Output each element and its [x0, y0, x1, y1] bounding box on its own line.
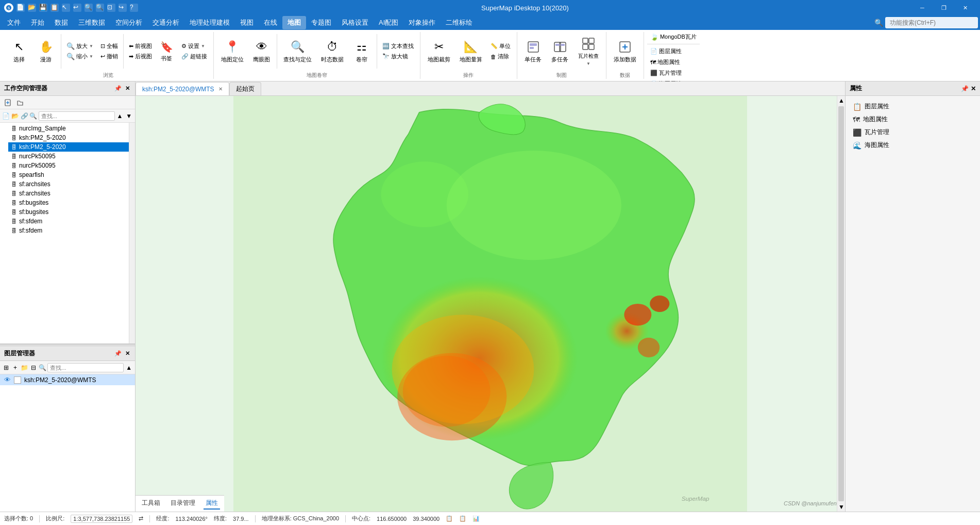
ws-up-btn[interactable]: ▲: [116, 111, 124, 121]
open-icon[interactable]: 📂: [28, 4, 36, 12]
eye-visible-icon[interactable]: 👁: [4, 376, 11, 384]
curtain-button[interactable]: ⚏ 卷帘: [349, 38, 375, 65]
redo-titlebar-icon[interactable]: ↪: [119, 4, 127, 12]
menu-spatial-analysis[interactable]: 空间分析: [110, 16, 147, 29]
menu-object[interactable]: 对象操作: [403, 16, 441, 29]
mongodb-button[interactable]: 🍃 MongoDB瓦片: [647, 32, 700, 42]
right-tile-mgr[interactable]: ⬛ 瓦片管理: [850, 126, 976, 139]
menu-start[interactable]: 开始: [26, 16, 49, 29]
ws-open-btn[interactable]: [14, 97, 26, 108]
menu-2d-symbol[interactable]: 二维标绘: [441, 16, 478, 29]
tree-item-kshPM25-active[interactable]: 🗄 ksh:PM2_5-2020: [8, 142, 129, 152]
layer-folder-btn[interactable]: 📁: [20, 363, 28, 373]
overview-button[interactable]: 👁 鹰眼图: [249, 38, 275, 65]
select-button[interactable]: ↖ 选择: [6, 38, 32, 65]
tilecheck-button[interactable]: 瓦片检查 ▼: [574, 35, 603, 68]
map-view[interactable]: ▲ ▼: [136, 96, 845, 512]
layer-btn1[interactable]: ⊞: [2, 363, 10, 373]
tree-item-kshPM25-1[interactable]: 🗄 ksh:PM2_5-2020: [8, 133, 129, 142]
undo-titlebar-icon[interactable]: ↩: [73, 4, 81, 12]
menu-data[interactable]: 数据: [49, 16, 73, 29]
zoomin-button[interactable]: 🔍 放大 ▼: [63, 41, 96, 51]
settings-button[interactable]: ⚙ 设置 ▼: [178, 41, 210, 51]
clear-button[interactable]: 🗑 清除: [487, 52, 514, 61]
layer-search-input[interactable]: [47, 363, 124, 372]
zoomout-titlebar-icon[interactable]: 🔍: [96, 4, 104, 12]
ws-btn2[interactable]: 📂: [11, 111, 20, 121]
tree-item-nurcPk1[interactable]: 🗄 nurcPk50095: [8, 152, 129, 161]
multitask-button[interactable]: 多任务: [547, 38, 573, 65]
ribbon-search-input[interactable]: [885, 17, 978, 28]
ws-btn3[interactable]: 🔗: [20, 111, 28, 121]
tree-item-sfsfdem1[interactable]: 🗄 sf:sfdem: [8, 217, 129, 226]
map-tab[interactable]: ksh:PM2_5-2020@WMTS ✕: [136, 82, 229, 95]
fullextent-button[interactable]: ⊡ 全幅: [97, 41, 121, 51]
layer-checkbox[interactable]: [14, 376, 21, 384]
tilemgr-link[interactable]: ⬛ 瓦片管理: [647, 68, 685, 78]
copy-coords-icon[interactable]: 📋: [446, 515, 453, 522]
bookmark-button[interactable]: 🔖 书签: [156, 39, 177, 64]
close-button[interactable]: ✕: [955, 0, 976, 15]
right-layer-prop[interactable]: 📋 图层属性: [850, 100, 976, 113]
layerprop-link[interactable]: 📄 图层属性: [647, 46, 685, 56]
textsearch-button[interactable]: 🔤 文本查找: [379, 41, 417, 51]
map-tab-close[interactable]: ✕: [218, 86, 223, 92]
scale-swap-icon[interactable]: ⇄: [139, 515, 143, 522]
menu-file[interactable]: 文件: [2, 16, 26, 29]
menu-3ddata[interactable]: 三维数据: [73, 16, 110, 29]
tree-item-spearfish[interactable]: 🗄 spearfish: [8, 170, 129, 179]
workspace-close-icon[interactable]: ✕: [124, 85, 131, 92]
menu-geoprocess[interactable]: 地理处理建模: [184, 16, 235, 29]
restore-button[interactable]: ❐: [934, 0, 954, 15]
right-panel-close-icon[interactable]: ✕: [971, 85, 976, 92]
right-panel-attach-icon[interactable]: 📌: [961, 85, 969, 92]
map-vscroll[interactable]: ▲ ▼: [837, 96, 845, 512]
mapmeasure-button[interactable]: 📐 地图量算: [455, 38, 486, 65]
nextview-button[interactable]: ➡ 后视图: [126, 52, 155, 61]
unit-button[interactable]: 📏 单位: [487, 41, 514, 51]
findlocate-button[interactable]: 🔍 查找与定位: [279, 38, 316, 65]
vscroll-up[interactable]: ▲: [837, 96, 845, 105]
cursor-icon[interactable]: ↖: [62, 4, 70, 12]
tree-item-sfarch2[interactable]: 🗄 sf:archsites: [8, 189, 129, 198]
adddata-button[interactable]: 添加数据: [610, 38, 640, 65]
tree-item-sfbug1[interactable]: 🗄 sf:bugsites: [8, 198, 129, 207]
tree-item-nurcPk2[interactable]: 🗄 nurcPk50095: [8, 161, 129, 170]
mapcrop-button[interactable]: ✂ 地图裁剪: [424, 38, 454, 65]
status-chart-icon[interactable]: 📊: [472, 515, 480, 522]
workspace-scrollbar[interactable]: [129, 123, 135, 343]
vscroll-down[interactable]: ▼: [837, 502, 845, 512]
zoomout-dropdown[interactable]: ▼: [89, 54, 93, 59]
prevview-button[interactable]: ⬅ 前视图: [126, 41, 155, 51]
menu-view[interactable]: 视图: [235, 16, 259, 29]
menu-map[interactable]: 地图: [282, 16, 306, 29]
tree-item-nurcImg[interactable]: 🗄 nurcImg_Sample: [8, 124, 129, 133]
minimize-button[interactable]: ─: [912, 0, 933, 15]
home-tab[interactable]: 起始页: [229, 82, 261, 95]
tree-item-sfsfdem2[interactable]: 🗄 sf:sfdem: [8, 226, 129, 235]
layer-item[interactable]: 👁 ksh:PM2_5-2020@WMTS: [0, 374, 135, 385]
layer-up-btn[interactable]: ▲: [125, 363, 133, 373]
menu-traffic[interactable]: 交通分析: [147, 16, 184, 29]
scale-value[interactable]: 1:3,577,738.23821155: [71, 515, 132, 523]
zoomin-titlebar-icon[interactable]: 🔍: [85, 4, 93, 12]
menu-style[interactable]: 风格设置: [336, 16, 374, 29]
locate-button[interactable]: 📍 地图定位: [217, 38, 248, 65]
layer-btn4[interactable]: ⊟: [29, 363, 38, 373]
menu-ai[interactable]: AI配图: [374, 16, 403, 29]
ws-down-btn[interactable]: ▼: [125, 111, 133, 121]
singletask-button[interactable]: 单任务: [520, 38, 546, 65]
tree-item-sfarch1[interactable]: 🗄 sf:archsites: [8, 179, 129, 189]
extent-titlebar-icon[interactable]: ⊡: [107, 4, 115, 12]
workspace-search-input[interactable]: [39, 111, 115, 121]
tab-catalog[interactable]: 目录管理: [168, 498, 197, 510]
zoomout-button[interactable]: 🔍 缩小 ▼: [63, 52, 96, 61]
menu-thematic[interactable]: 专题图: [306, 16, 336, 29]
zoomin-dropdown[interactable]: ▼: [89, 44, 93, 48]
layer-close-icon[interactable]: ✕: [124, 350, 131, 357]
undo-button[interactable]: ↩ 撤销: [97, 52, 121, 61]
help-titlebar-icon[interactable]: ?: [130, 4, 138, 12]
copy-icon2[interactable]: 📋: [459, 515, 466, 522]
saveas-icon[interactable]: 📋: [50, 4, 59, 12]
tab-toolbox[interactable]: 工具箱: [140, 498, 162, 510]
